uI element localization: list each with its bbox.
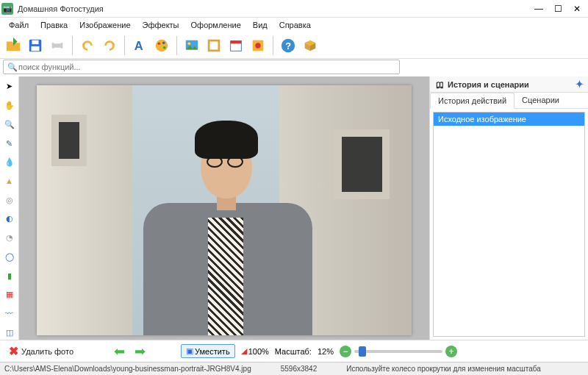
svg-point-10 xyxy=(163,46,166,49)
tools-sidebar: ➤ ✋ 🔍 ✎ 💧 ▲ ◎ ◐ ◔ ◯ ▮ ▦ 〰 ◫ xyxy=(0,76,19,340)
zoom-100-label: 100% xyxy=(248,347,269,356)
scale-value: 12% xyxy=(318,347,334,356)
prev-photo-button[interactable]: ⬅ xyxy=(112,344,126,359)
hand-tool[interactable]: ✋ xyxy=(2,99,17,113)
menu-effects[interactable]: Эффекты xyxy=(137,19,185,31)
curve-tool[interactable]: 〰 xyxy=(2,307,17,321)
minimize-button[interactable]: — xyxy=(529,1,548,16)
panel-title: История и сценарии xyxy=(448,80,529,89)
svg-rect-3 xyxy=(52,43,63,48)
delete-icon: ✖ xyxy=(9,344,18,358)
undo-button[interactable] xyxy=(77,35,98,56)
insert-image-button[interactable] xyxy=(182,35,202,56)
svg-point-19 xyxy=(255,43,260,48)
svg-point-7 xyxy=(156,39,168,51)
help-button[interactable]: ? xyxy=(278,35,298,56)
status-filepath: C:\Users\AMS-Elena\Downloads\young-busin… xyxy=(4,365,251,373)
svg-rect-16 xyxy=(231,40,242,43)
fit-icon: ▣ xyxy=(186,346,193,356)
history-icon: 🕮 xyxy=(434,79,445,90)
palette-button[interactable] xyxy=(151,35,172,56)
scale-label: Масштаб: xyxy=(275,347,312,356)
rect-tool[interactable]: ▮ xyxy=(2,268,17,283)
history-list[interactable]: Исходное изображение xyxy=(433,112,585,337)
canvas-area[interactable] xyxy=(19,76,429,340)
svg-rect-1 xyxy=(32,40,38,44)
fit-label: Уместить xyxy=(195,347,230,356)
delete-label: Удалить фото xyxy=(21,347,74,356)
main-toolbar: A ? xyxy=(0,32,588,59)
menubar: Файл Правка Изображение Эффекты Оформлен… xyxy=(0,18,588,32)
svg-text:A: A xyxy=(135,39,143,52)
search-box[interactable]: 🔍 xyxy=(3,60,400,74)
open-button[interactable] xyxy=(3,35,24,56)
menu-view[interactable]: Вид xyxy=(247,19,273,31)
photo-canvas[interactable] xyxy=(37,85,412,335)
maximize-button[interactable]: ☐ xyxy=(548,1,567,16)
menu-file[interactable]: Файл xyxy=(3,19,35,31)
window-title: Домашняя Фотостудия xyxy=(18,4,529,13)
collapse-panel-icon[interactable]: ✦ xyxy=(576,79,584,90)
menu-image[interactable]: Изображение xyxy=(74,19,136,31)
bottom-toolbar: ✖ Удалить фото ⬅ ➡ ▣ Уместить ◢ 100% Мас… xyxy=(0,340,588,362)
svg-point-12 xyxy=(188,42,191,45)
svg-point-8 xyxy=(158,42,161,45)
frame-button[interactable] xyxy=(204,35,224,56)
status-dimensions: 5596x3842 xyxy=(281,365,318,373)
blur-tool[interactable]: 💧 xyxy=(2,155,17,170)
next-photo-button[interactable]: ➡ xyxy=(132,344,147,359)
clone-tool[interactable]: ◎ xyxy=(2,193,17,207)
menu-edit[interactable]: Правка xyxy=(35,19,74,31)
layers-tool[interactable]: ▦ xyxy=(2,288,17,302)
svg-text:?: ? xyxy=(285,40,291,51)
save-button[interactable] xyxy=(25,35,46,56)
crop-tool[interactable]: ◫ xyxy=(2,325,17,340)
search-input[interactable] xyxy=(18,63,396,71)
redo-button[interactable] xyxy=(99,35,120,56)
svg-rect-2 xyxy=(32,46,40,50)
dodge-tool[interactable]: ◐ xyxy=(2,212,17,226)
calendar-button[interactable] xyxy=(226,35,246,56)
svg-point-9 xyxy=(162,41,165,44)
circle-tool[interactable]: ◯ xyxy=(2,249,17,264)
effects-button[interactable] xyxy=(248,35,268,56)
svg-rect-5 xyxy=(54,47,60,51)
search-icon: 🔍 xyxy=(7,61,18,73)
text-tool-button[interactable]: A xyxy=(129,35,150,56)
history-item[interactable]: Исходное изображение xyxy=(434,113,584,126)
zoom-icon: ◢ xyxy=(241,346,247,356)
zoom-out-button[interactable]: − xyxy=(340,346,351,357)
sharpen-tool[interactable]: ▲ xyxy=(2,174,17,189)
tab-history[interactable]: История действий xyxy=(430,93,514,109)
statusbar: C:\Users\AMS-Elena\Downloads\young-busin… xyxy=(0,362,588,375)
zoom-100-button[interactable]: ◢ 100% xyxy=(241,346,269,356)
svg-rect-4 xyxy=(54,39,60,43)
zoom-slider[interactable] xyxy=(354,350,442,353)
delete-photo-button[interactable]: ✖ Удалить фото xyxy=(4,343,78,360)
svg-rect-14 xyxy=(210,41,218,49)
pointer-tool[interactable]: ➤ xyxy=(2,79,17,94)
app-icon: 📷 xyxy=(1,3,13,15)
zoom-in-button[interactable]: + xyxy=(445,346,457,357)
menu-design[interactable]: Оформление xyxy=(185,19,247,31)
zoom-slider-thumb[interactable] xyxy=(359,346,366,357)
menu-help[interactable]: Справка xyxy=(273,19,317,31)
print-button[interactable] xyxy=(47,35,68,56)
tab-scenarios[interactable]: Сценарии xyxy=(514,93,567,108)
history-panel: 🕮 История и сценарии ✦ История действий … xyxy=(429,76,588,340)
brush-tool[interactable]: ✎ xyxy=(2,136,17,151)
zoom-tool[interactable]: 🔍 xyxy=(2,117,17,132)
eyedropper-tool[interactable]: ◔ xyxy=(2,231,17,246)
fit-button[interactable]: ▣ Уместить xyxy=(181,344,235,358)
close-button[interactable]: ✕ xyxy=(567,1,587,16)
package-button[interactable] xyxy=(300,35,320,56)
status-hint: Используйте колесо прокрутки для изменен… xyxy=(346,365,541,373)
